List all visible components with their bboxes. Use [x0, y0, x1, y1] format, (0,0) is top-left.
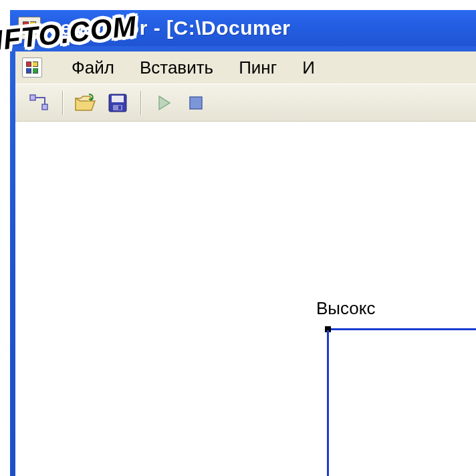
toolbar-separator: [62, 91, 63, 115]
connector-horizontal: [331, 328, 476, 330]
save-icon[interactable]: [104, 90, 131, 116]
menu-info[interactable]: И: [302, 57, 315, 78]
titlebar[interactable]: ceMonitor - [C:\Documer: [10, 10, 476, 46]
menu-file[interactable]: Файл: [72, 57, 114, 78]
node-label: Высокс: [316, 298, 375, 319]
window-frame: ceMonitor - [C:\Documer Файл Вставить Пи…: [10, 10, 476, 476]
svg-rect-5: [118, 106, 121, 110]
toolbar: [15, 84, 476, 122]
menu-app-icon: [22, 57, 42, 78]
stop-icon[interactable]: [183, 90, 209, 116]
svg-rect-0: [30, 95, 35, 100]
open-icon[interactable]: [72, 90, 99, 116]
play-icon[interactable]: [150, 90, 177, 116]
canvas[interactable]: Высокс: [15, 121, 476, 476]
menu-ping[interactable]: Пинг: [239, 57, 277, 78]
network-icon[interactable]: [26, 90, 53, 116]
connector-vertical: [327, 330, 329, 476]
svg-rect-1: [42, 104, 47, 110]
app-icon: [18, 17, 41, 39]
toolbar-separator: [140, 91, 141, 115]
svg-rect-6: [190, 97, 202, 109]
menu-insert[interactable]: Вставить: [140, 57, 213, 78]
svg-rect-3: [112, 96, 124, 102]
window-title: ceMonitor - [C:\Documer: [49, 17, 291, 39]
client-area: Файл Вставить Пинг И: [15, 51, 476, 476]
menubar: Файл Вставить Пинг И: [15, 51, 476, 84]
